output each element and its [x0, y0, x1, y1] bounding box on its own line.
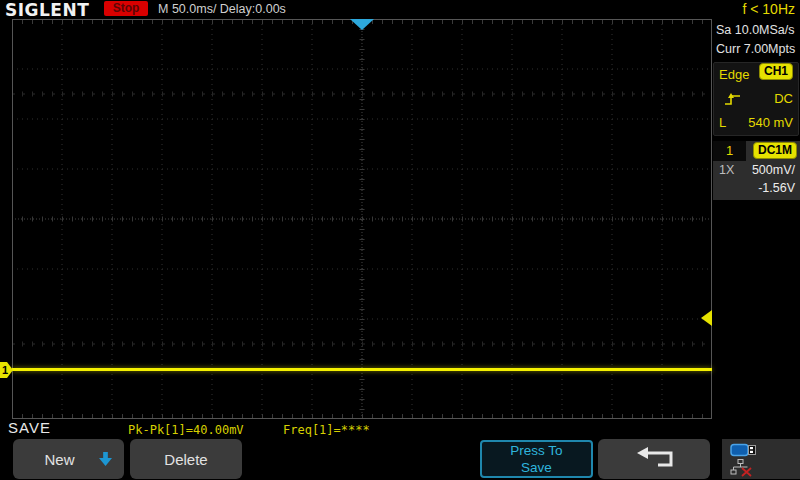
trigger-type: Edge: [719, 67, 749, 82]
channel1-attenuation: 1X: [719, 161, 734, 179]
trigger-slope-row: DC: [714, 87, 798, 111]
press-to-save-line1: Press To: [510, 442, 562, 459]
acquisition-info: Sa 10.0MSa/s Curr 7.00Mpts: [716, 21, 795, 59]
return-arrow-icon: [631, 444, 677, 474]
delete-button[interactable]: Delete: [130, 439, 242, 479]
measurement-pkpk: Pk-Pk[1]=40.00mV: [128, 423, 244, 437]
sample-rate: Sa 10.0MSa/s: [716, 21, 795, 40]
oscilloscope-screen: SIGLENT Stop M 50.0ms/ Delay:0.00s f < 1…: [0, 0, 800, 480]
press-to-save-line2: Save: [521, 459, 552, 476]
channel1-offset-row: -1.56V: [713, 179, 800, 197]
run-state-badge[interactable]: Stop: [104, 1, 148, 16]
channel1-number-badge: 1: [713, 141, 746, 161]
delete-button-label: Delete: [164, 451, 207, 468]
dropdown-arrow-icon: [99, 452, 112, 466]
channel1-coupling-badge: DC1M: [753, 142, 797, 159]
measurement-freq: Freq[1]=****: [283, 423, 370, 437]
usb-connected-icon: [730, 443, 758, 457]
return-button[interactable]: [598, 439, 710, 479]
channel1-offset: -1.56V: [758, 179, 795, 197]
trigger-level-value: 540 mV: [748, 111, 793, 135]
trigger-level-row: L 540 mV: [714, 111, 798, 135]
channel1-panel[interactable]: 1 DC1M 1X 500mV/ -1.56V: [713, 141, 800, 200]
trigger-coupling: DC: [774, 87, 793, 111]
lan-disconnected-icon: [730, 459, 756, 478]
press-to-save-button[interactable]: Press To Save: [480, 440, 593, 478]
brand-logo: SIGLENT: [5, 0, 89, 20]
status-panel: [722, 439, 800, 479]
ch1-waveform-trace: [12, 368, 712, 371]
channel1-volts-per-div: 500mV/: [752, 161, 795, 179]
trigger-panel: Edge CH1 DC L 540 mV: [713, 62, 799, 136]
channel1-header: 1 DC1M: [713, 141, 800, 161]
trigger-type-row: Edge CH1: [714, 63, 798, 87]
timebase-readout: M 50.0ms/ Delay:0.00s: [158, 2, 286, 16]
new-button[interactable]: New: [13, 439, 124, 479]
trigger-level-label: L: [719, 115, 726, 130]
graticule: [12, 19, 712, 419]
rising-edge-icon: [724, 92, 742, 106]
top-bar: SIGLENT Stop M 50.0ms/ Delay:0.00s f < 1…: [0, 0, 800, 18]
channel1-scale-row: 1X 500mV/: [713, 161, 800, 179]
trigger-source-badge: CH1: [759, 63, 793, 80]
trigger-frequency-readout: f < 10Hz: [742, 1, 795, 17]
memory-depth: Curr 7.00Mpts: [716, 40, 795, 59]
menu-title: SAVE: [8, 419, 51, 436]
new-button-label: New: [44, 451, 74, 468]
